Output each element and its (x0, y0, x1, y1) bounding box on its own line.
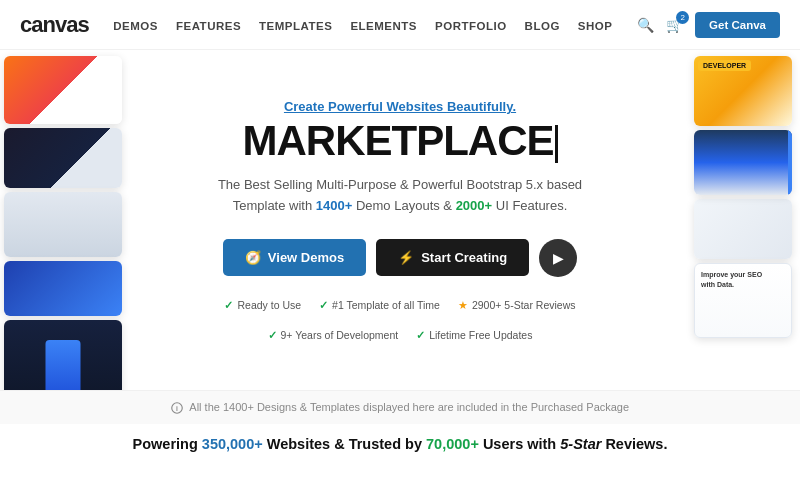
left-image-4 (4, 261, 122, 316)
right-image-4: Improve your SEOwith Data. (694, 263, 792, 338)
count-websites: 350,000+ (202, 436, 263, 452)
demo-count: 1400+ (316, 198, 353, 213)
search-icon[interactable]: 🔍 (637, 17, 654, 33)
left-image-gallery (0, 50, 130, 390)
compass-icon: 🧭 (245, 250, 261, 265)
bottom-tagline: Powering 350,000+ Websites & Trusted by … (0, 424, 800, 460)
cursor (555, 125, 558, 163)
footer-note: i All the 1400+ Designs & Templates disp… (0, 390, 800, 424)
get-canvas-button[interactable]: Get Canva (695, 12, 780, 38)
hero-description: The Best Selling Multi-Purpose & Powerfu… (170, 175, 630, 217)
left-image-3 (4, 192, 122, 257)
lightning-icon: ⚡ (398, 250, 414, 265)
cart-count: 2 (676, 11, 689, 24)
right-image-1: DEVELOPER (694, 56, 792, 126)
trust-years: ✓ 9+ Years of Development (268, 329, 399, 341)
nav-link-portfolio[interactable]: PORTFOLIO (435, 20, 507, 32)
right-image-gallery: DEVELOPER Improve your SEOwith Data. (690, 50, 800, 390)
check-icon-4: ✓ (416, 329, 425, 341)
hero-center: Create Powerful Websites Beautifully. MA… (160, 99, 640, 341)
check-icon-3: ✓ (268, 329, 277, 341)
check-icon-1: ✓ (224, 299, 233, 311)
nav-links: DEMOS FEATURES TEMPLATES ELEMENTS PORTFO… (113, 16, 612, 34)
star-icon: ★ (458, 299, 468, 311)
start-creating-button[interactable]: ⚡ Start Creating (376, 239, 529, 276)
trust-badges: ✓ Ready to Use ✓ #1 Template of all Time… (170, 299, 630, 341)
five-star-label: 5-Star (560, 436, 601, 452)
hero-cta-buttons: 🧭 View Demos ⚡ Start Creating ▶ (170, 239, 630, 277)
info-icon: i (171, 402, 183, 414)
right-image-2 (694, 130, 792, 195)
trust-reviews: ★ 2900+ 5-Star Reviews (458, 299, 576, 311)
left-image-5 (4, 320, 122, 390)
nav-link-elements[interactable]: ELEMENTS (350, 20, 417, 32)
nav-right: 🔍 🛒2 Get Canva (637, 12, 780, 38)
check-icon-2: ✓ (319, 299, 328, 311)
right-image-3 (694, 199, 792, 259)
play-button[interactable]: ▶ (539, 239, 577, 277)
svg-text:i: i (176, 405, 178, 412)
nav-link-blog[interactable]: BLOG (525, 20, 560, 32)
trust-template: ✓ #1 Template of all Time (319, 299, 440, 311)
trust-updates: ✓ Lifetime Free Updates (416, 329, 532, 341)
view-demos-button[interactable]: 🧭 View Demos (223, 239, 366, 276)
hero-title: MARKETPLACE (170, 120, 630, 163)
nav-link-demos[interactable]: DEMOS (113, 20, 158, 32)
navbar: canvas DEMOS FEATURES TEMPLATES ELEMENTS… (0, 0, 800, 50)
hero-subtitle: Create Powerful Websites Beautifully. (170, 99, 630, 114)
left-image-1 (4, 56, 122, 124)
hero-subtitle-accent: Beautifully. (447, 99, 516, 114)
nav-link-features[interactable]: FEATURES (176, 20, 241, 32)
count-users: 70,000+ (426, 436, 479, 452)
trust-ready: ✓ Ready to Use (224, 299, 301, 311)
nav-logo: canvas (20, 12, 89, 38)
feature-count: 2000+ (456, 198, 493, 213)
left-image-2 (4, 128, 122, 188)
hero-section: Create Powerful Websites Beautifully. MA… (0, 50, 800, 390)
nav-link-shop[interactable]: SHOP (578, 20, 613, 32)
play-icon: ▶ (553, 250, 564, 266)
nav-link-templates[interactable]: TEMPLATES (259, 20, 332, 32)
cart-icon[interactable]: 🛒2 (666, 17, 683, 33)
